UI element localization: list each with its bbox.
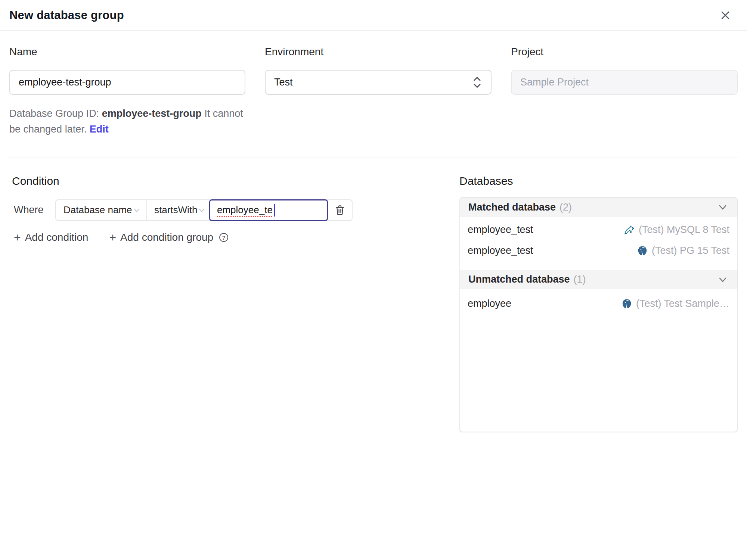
database-name: employee_test <box>468 245 533 256</box>
trash-icon <box>334 204 346 217</box>
edit-group-id-link[interactable]: Edit <box>90 124 109 135</box>
add-condition-button[interactable]: + Add condition <box>14 231 88 243</box>
databases-section: Databases Matched database (2) employee_… <box>459 175 738 432</box>
mysql-icon <box>624 224 635 236</box>
plus-icon: + <box>109 231 116 243</box>
add-condition-group-button[interactable]: + Add condition group ? <box>109 231 229 243</box>
condition-value-input[interactable]: employee_te <box>209 199 328 221</box>
unmatched-database-count: (1) <box>574 274 586 285</box>
environment-field-group: Environment Test <box>265 46 492 137</box>
chevron-down-icon <box>717 274 729 286</box>
database-instance-label: (Test) PG 15 Test <box>652 245 729 256</box>
environment-label: Environment <box>265 46 492 58</box>
matched-database-count: (2) <box>560 202 572 213</box>
close-button[interactable] <box>717 7 734 24</box>
delete-condition-button[interactable] <box>328 200 352 220</box>
add-condition-label: Add condition <box>25 231 89 243</box>
chevron-down-icon <box>133 206 141 214</box>
group-id-prefix: Database Group ID: <box>9 108 102 119</box>
postgresql-icon <box>637 245 648 256</box>
group-id-value: employee-test-group <box>102 108 202 119</box>
databases-panel: Matched database (2) employee_test <box>459 197 738 432</box>
condition-row: Where Database name startsWith <box>9 199 459 221</box>
name-field-group: Name Database Group ID: employee-test-gr… <box>9 46 245 137</box>
database-instance-label: (Test) MySQL 8 Test <box>639 224 729 236</box>
condition-operator-select[interactable]: startsWith <box>147 200 210 220</box>
matched-database-header[interactable]: Matched database (2) <box>460 198 737 217</box>
chevron-down-icon <box>717 201 729 213</box>
environment-selected-value: Test <box>274 77 293 88</box>
page-title: New database group <box>9 9 124 22</box>
condition-factor-select[interactable]: Database name <box>56 200 147 220</box>
unmatched-database-label: Unmatched database <box>468 274 570 285</box>
database-row: employee_test (Test) PG 15 Test <box>460 240 737 261</box>
matched-database-label: Matched database <box>468 202 556 213</box>
plus-icon: + <box>14 231 21 243</box>
project-selected-value: Sample Project <box>520 77 589 88</box>
unmatched-database-header[interactable]: Unmatched database (1) <box>460 270 737 289</box>
select-updown-icon <box>472 75 482 90</box>
databases-heading: Databases <box>459 175 738 187</box>
chevron-down-icon <box>198 206 206 214</box>
dialog-header: New database group <box>0 0 747 31</box>
database-instance: (Test) PG 15 Test <box>637 245 729 256</box>
condition-operator-value: startsWith <box>154 204 198 216</box>
condition-value-text: employee_te <box>217 204 273 216</box>
text-cursor <box>274 204 275 217</box>
database-instance: (Test) MySQL 8 Test <box>624 224 729 236</box>
project-field-group: Project Sample Project <box>511 46 738 137</box>
environment-select[interactable]: Test <box>265 70 492 95</box>
section-divider <box>9 158 738 158</box>
database-instance-label: (Test) Test Sample… <box>636 298 729 309</box>
condition-heading: Condition <box>12 175 459 187</box>
project-select-disabled: Sample Project <box>511 70 738 95</box>
condition-actions: + Add condition + Add condition group ? <box>14 231 459 243</box>
condition-factor-value: Database name <box>63 204 132 216</box>
name-input[interactable] <box>9 70 245 95</box>
svg-text:?: ? <box>222 234 225 240</box>
where-label: Where <box>14 204 55 216</box>
unmatched-database-rows: employee (Test) Test Sample… <box>460 289 737 314</box>
postgresql-icon <box>621 298 632 309</box>
panel-empty-space <box>460 314 737 432</box>
group-id-note: Database Group ID: employee-test-group I… <box>9 106 245 137</box>
condition-section: Condition Where Database name startsWith <box>9 175 459 432</box>
add-condition-group-label: Add condition group <box>120 231 213 243</box>
database-name: employee_test <box>468 224 533 236</box>
database-name: employee <box>468 298 511 309</box>
help-icon[interactable]: ? <box>218 232 229 243</box>
project-label: Project <box>511 46 738 58</box>
name-label: Name <box>9 46 245 58</box>
form-grid: Name Database Group ID: employee-test-gr… <box>9 31 738 137</box>
database-row: employee_test (Test) MySQL 8 Test <box>460 220 737 240</box>
database-instance: (Test) Test Sample… <box>621 298 729 309</box>
matched-database-rows: employee_test (Test) MySQL 8 Test <box>460 217 737 270</box>
condition-group: Database name startsWith employee_te <box>55 199 353 221</box>
close-icon <box>719 9 732 22</box>
database-row: employee (Test) Test Sample… <box>460 293 737 314</box>
